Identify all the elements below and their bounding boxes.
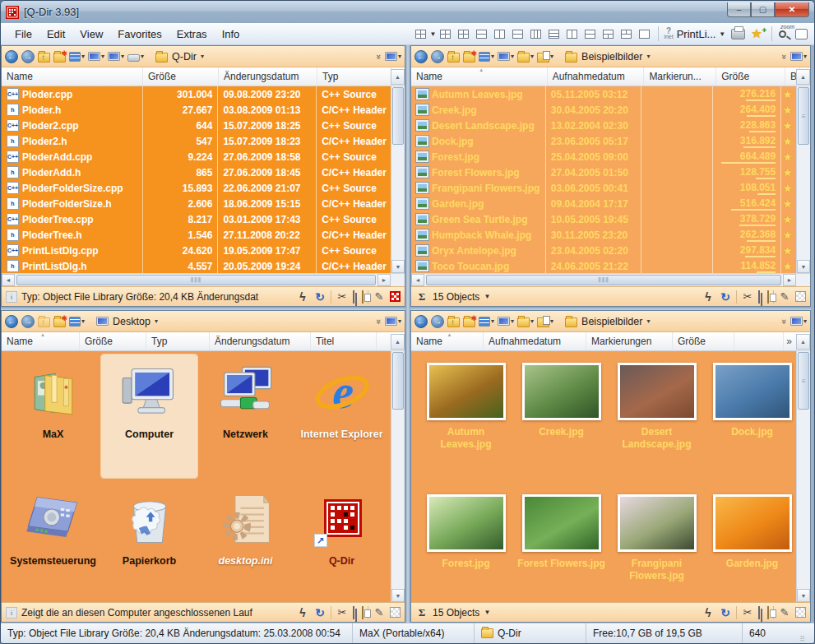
table-row[interactable]: Desert Landscape.jpg13.02.2004 02:30228.…	[411, 118, 796, 133]
scroll-right-button[interactable]: ►	[377, 274, 391, 286]
panel-icon[interactable]	[795, 29, 808, 39]
horizontal-scrollbar[interactable]: ◄⦀⦀⦀►	[411, 273, 810, 286]
view-mode-button[interactable]: ▾	[479, 52, 494, 62]
table-row[interactable]: hPrintListDlg.h4.55720.05.2009 19:24C/C+…	[2, 258, 391, 273]
table-row[interactable]: hPloderFolderSize.h2.60618.06.2009 15:15…	[2, 196, 391, 211]
computer-dropdown[interactable]: ▾	[88, 52, 104, 61]
column-header-blank[interactable]	[734, 332, 784, 350]
breadcrumb[interactable]: Q-Dir▾	[150, 49, 209, 64]
recent-dropdown[interactable]: ▾	[537, 51, 553, 63]
up-button[interactable]: ↑	[447, 316, 460, 327]
layout-3-rows[interactable]	[544, 25, 563, 42]
table-row[interactable]: C++PloderAdd.cpp9.22427.06.2009 18:58C++…	[2, 149, 391, 164]
desktop-icon-network[interactable]: Netzwerk	[197, 354, 294, 478]
cut-icon[interactable]: ✂	[336, 606, 349, 619]
table-row[interactable]: C++PloderFolderSize.cpp15.89322.06.2009 …	[2, 180, 391, 196]
lightning-icon[interactable]: ϟ	[702, 606, 715, 619]
desktop-icon-computer[interactable]: Computer	[101, 354, 197, 478]
computer-dropdown[interactable]: ▾	[498, 317, 514, 326]
table-row[interactable]: Oryx Antelope.jpg23.04.2005 02:20297.834…	[411, 243, 796, 258]
layout-single[interactable]	[635, 25, 653, 42]
table-row[interactable]: C++Ploder.cpp301.00409.08.2009 23:20C++ …	[2, 86, 391, 102]
up-button[interactable]: ↑	[38, 316, 50, 327]
table-row[interactable]: hPloderTree.h1.54627.11.2008 20:22C/C++ …	[2, 227, 391, 243]
refresh-icon[interactable]: ↻	[313, 606, 326, 619]
scrollbar-thumb[interactable]: ≡	[798, 87, 809, 145]
layout-3-columns[interactable]	[526, 25, 544, 42]
back-button[interactable]: ←	[414, 50, 428, 63]
refresh-icon[interactable]: ↻	[719, 290, 732, 303]
close-button[interactable]: ✕	[775, 2, 809, 17]
copy-icon[interactable]	[353, 291, 358, 303]
paste-icon[interactable]	[362, 607, 364, 619]
scrollbar-thumb[interactable]	[392, 87, 404, 145]
computer-dropdown[interactable]: ▾	[108, 52, 124, 61]
layout-h-split[interactable]	[472, 25, 490, 42]
thumbnail-item[interactable]: Creek.jpg	[515, 363, 608, 494]
back-button[interactable]: ←	[5, 50, 18, 63]
table-row[interactable]: Creek.jpg30.04.2005 20:20264.409★	[411, 102, 796, 118]
copy-icon[interactable]	[353, 607, 358, 619]
vertical-scrollbar[interactable]: ≡▼	[796, 86, 810, 273]
thumbnail-item[interactable]: Garden.jpg	[706, 494, 799, 602]
printer-icon[interactable]	[731, 29, 745, 39]
layout-h-split-2[interactable]	[508, 25, 526, 42]
cut-icon[interactable]: ✂	[741, 290, 754, 303]
desktop-icon-internet-explorer[interactable]: eInternet Explorer	[294, 354, 390, 478]
scroll-up-button[interactable]: ▲	[796, 334, 810, 350]
toolbar-overflow-chevron[interactable]: »	[374, 318, 384, 323]
breadcrumb[interactable]: Desktop▾	[91, 314, 163, 329]
forward-button[interactable]: →	[21, 50, 35, 63]
new-folder-button[interactable]: ✱	[53, 51, 66, 63]
column-header-Name[interactable]: Name	[2, 67, 143, 86]
scroll-down-button[interactable]: ▼	[797, 260, 810, 273]
refresh-icon[interactable]: ↻	[313, 290, 326, 303]
table-row[interactable]: Humpback Whale.jpg30.11.2005 23:20262.36…	[411, 227, 796, 243]
menu-item-view[interactable]: View	[72, 25, 110, 43]
column-header-Aufnahmedatum[interactable]: Aufnahmedatum	[484, 332, 586, 350]
desktop-icon-qdir-shortcut[interactable]: ↗Q-Dir	[294, 481, 390, 602]
table-row[interactable]: Garden.jpg09.04.2004 17:17516.424★	[411, 196, 796, 211]
toolbar-overflow-chevron[interactable]: »	[780, 53, 790, 58]
new-folder-button[interactable]: ✱	[463, 316, 475, 327]
paste-icon[interactable]	[767, 291, 769, 303]
table-row[interactable]: Forest.jpg25.04.2005 09:00664.489★	[411, 149, 796, 164]
inet-icon[interactable]: ?inet	[664, 28, 673, 39]
column-header-Aufnahmedatum[interactable]: Aufnahmedatum	[548, 67, 645, 86]
forward-button[interactable]: →	[431, 50, 444, 63]
column-header-Größe[interactable]: Größe	[716, 67, 785, 86]
column-header-Änderungsdatum[interactable]: Änderungsdatum	[210, 332, 311, 350]
view-mode-button[interactable]: ▾	[69, 317, 85, 327]
vertical-scrollbar[interactable]: ≡▼	[796, 351, 810, 602]
horizontal-scrollbar[interactable]: ◄⦀⦀⦀►	[2, 273, 405, 286]
zoom-icon[interactable]: zoom	[777, 25, 794, 42]
lightning-icon[interactable]: ϟ	[702, 290, 715, 303]
thumbnail-item[interactable]: Forest Flowers.jpg	[515, 494, 608, 602]
cut-icon[interactable]: ✂	[741, 606, 754, 619]
back-button[interactable]: ←	[5, 315, 18, 328]
lightning-icon[interactable]: ϟ	[296, 606, 309, 619]
panel-indicator-icon[interactable]	[795, 291, 806, 302]
edit-icon[interactable]: ✎	[373, 606, 386, 619]
table-row[interactable]: Frangipani Flowers.jpg03.06.2005 00:4110…	[411, 180, 796, 196]
thumbnail-item[interactable]: Autumn Leaves.jpg	[419, 363, 512, 494]
view-mode-button[interactable]: ▾	[479, 317, 494, 327]
recent-dropdown[interactable]: ▾	[537, 316, 553, 327]
scrollbar-thumb[interactable]: ⦀⦀⦀	[16, 275, 376, 285]
table-row[interactable]: Forest Flowers.jpg27.04.2005 01:50128.75…	[411, 164, 796, 180]
folder-dropdown[interactable]: ▾	[517, 51, 534, 63]
vertical-scrollbar[interactable]: ▼	[391, 351, 405, 602]
table-row[interactable]: Green Sea Turtle.jpg10.05.2005 19:45378.…	[411, 211, 796, 227]
new-folder-button[interactable]: ✱	[463, 51, 475, 63]
minimize-button[interactable]: –	[727, 2, 751, 17]
thumbnail-item[interactable]: Desert Landscape.jpg	[610, 363, 703, 494]
favorite-star-icon[interactable]: ★+	[751, 26, 766, 41]
table-row[interactable]: C++PrintListDlg.cpp24.62019.05.2009 17:4…	[2, 243, 391, 258]
panel-target-button[interactable]: ▾	[385, 317, 401, 326]
copy-icon[interactable]	[758, 607, 763, 619]
forward-button[interactable]: →	[431, 315, 444, 328]
scroll-right-button[interactable]: ►	[783, 274, 796, 286]
table-row[interactable]: Dock.jpg23.06.2005 05:17316.892★	[411, 133, 796, 149]
layout-tree-right[interactable]	[617, 25, 635, 42]
scroll-left-button[interactable]: ◄	[2, 274, 15, 286]
